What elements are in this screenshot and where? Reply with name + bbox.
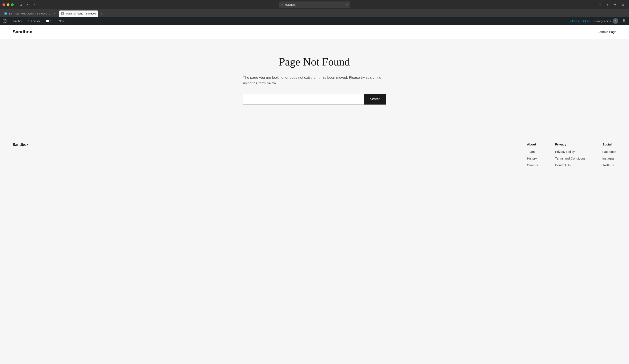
tab-wp-label: Edit Post "Hello world!" ‹ Sandbox — Wor…: [9, 12, 51, 15]
site-header: Sandbox Sample Page: [0, 25, 629, 39]
footer-history-link[interactable]: History: [527, 157, 537, 160]
list-item: Team: [527, 150, 538, 154]
user-avatar: A: [613, 18, 618, 24]
address-icon: ⊕: [281, 3, 283, 6]
list-item: Terms and Conditions: [555, 157, 586, 160]
footer-terms-link[interactable]: Terms and Conditions: [555, 157, 586, 160]
nav-sample-page[interactable]: Sample Page: [598, 30, 616, 34]
error-description: The page you are looking for does not ex…: [243, 75, 386, 86]
list-item: Facebook: [602, 150, 616, 154]
footer-col-privacy: Privacy Privacy Policy Terms and Conditi…: [555, 143, 586, 167]
tab-404[interactable]: L Page not found – Sandbox: [59, 10, 98, 17]
footer-brand: Sandbox: [13, 143, 161, 167]
site-title[interactable]: Sandbox: [13, 29, 32, 35]
footer-col-about: About Team History Careers: [527, 143, 538, 167]
new-tab-button[interactable]: +: [612, 2, 618, 7]
address-text: localhost: [285, 3, 295, 6]
tab-404-label: Page not found – Sandbox: [66, 12, 96, 15]
sidebar-expand-button[interactable]: ▾: [24, 2, 30, 7]
main-content: Page Not Found The page you are looking …: [0, 39, 629, 130]
howdy-label: Howdy, admin: [595, 19, 612, 23]
minimize-window-button[interactable]: [7, 3, 9, 6]
search-form: Search: [243, 94, 386, 104]
comments-count: 0: [50, 19, 51, 23]
close-window-button[interactable]: [2, 3, 5, 6]
new-window-button[interactable]: ⧉: [620, 2, 626, 7]
add-tab-button[interactable]: +: [99, 11, 105, 17]
address-bar-wrapper: ⊕ localhost ↺: [279, 1, 350, 8]
tab-favicon-wp: W: [4, 12, 7, 15]
fullscreen-window-button[interactable]: [11, 3, 14, 6]
footer-col-about-title: About: [527, 143, 538, 146]
new-label: + New: [57, 19, 64, 23]
wp-logo-icon: W: [2, 19, 7, 23]
list-item: Twitter/X: [602, 163, 616, 167]
titlebar: ⊞ ▾ ‹ › ⊕ localhost ↺ ⬇ ↑ + ⧉: [0, 0, 629, 9]
db-badge[interactable]: Database: SQLite: [566, 19, 593, 23]
wp-admin-bar: W Sandbox ✏ Edit site 💬 0 + New Database…: [0, 17, 629, 25]
sandbox-label: Sandbox: [12, 19, 22, 23]
footer-facebook-link[interactable]: Facebook: [602, 150, 616, 153]
footer-col-social-title: Social: [602, 143, 616, 146]
tabs-bar: W Edit Post "Hello world!" ‹ Sandbox — W…: [0, 9, 629, 17]
search-button[interactable]: Search: [364, 94, 386, 104]
sidebar-toggle-button[interactable]: ⊞: [18, 2, 24, 7]
db-badge-label: Database: SQLite: [569, 19, 590, 23]
download-button[interactable]: ⬇: [597, 2, 603, 7]
traffic-lights: [2, 3, 14, 6]
edit-site-icon: ✏: [27, 19, 30, 22]
svg-text:A: A: [615, 19, 617, 23]
tab-close-wp[interactable]: ✕: [53, 12, 56, 15]
list-item: Privacy Policy: [555, 150, 586, 154]
error-title: Page Not Found: [279, 56, 350, 68]
comment-icon: 💬: [46, 19, 49, 23]
footer-about-list: Team History Careers: [527, 150, 538, 167]
comments-button[interactable]: 💬 0: [43, 17, 54, 25]
footer-privacy-policy-link[interactable]: Privacy Policy: [555, 150, 575, 153]
share-button[interactable]: ↑: [605, 2, 611, 7]
site-nav: Sample Page: [592, 30, 616, 34]
edit-site-label: Edit site: [31, 19, 41, 23]
wp-logo-button[interactable]: W: [0, 17, 9, 25]
edit-site-button[interactable]: ✏ Edit site: [25, 17, 43, 25]
footer-team-link[interactable]: Team: [527, 150, 535, 153]
list-item: Careers: [527, 163, 538, 167]
tab-favicon-l: L: [61, 12, 64, 15]
footer-contact-link[interactable]: Contact Us: [555, 163, 571, 167]
footer-social-list: Facebook Instagram Twitter/X: [602, 150, 616, 167]
footer-careers-link[interactable]: Careers: [527, 163, 538, 167]
reload-button[interactable]: ↺: [346, 3, 348, 6]
footer-columns: About Team History Careers Privacy Priva…: [170, 143, 616, 167]
navigation-controls: ⊞ ▾: [18, 2, 30, 7]
list-item: Contact Us: [555, 163, 586, 167]
back-button[interactable]: ‹: [32, 2, 38, 7]
search-input[interactable]: [243, 94, 364, 104]
footer-col-privacy-title: Privacy: [555, 143, 586, 146]
new-content-button[interactable]: + New: [54, 17, 67, 25]
svg-text:W: W: [3, 20, 6, 22]
wp-search-button[interactable]: 🔍: [620, 19, 629, 23]
titlebar-right: ⬇ ↑ + ⧉: [597, 2, 627, 7]
footer-privacy-list: Privacy Policy Terms and Conditions Cont…: [555, 150, 586, 167]
sandbox-menu-item[interactable]: Sandbox: [9, 17, 25, 25]
footer-twitter-link[interactable]: Twitter/X: [602, 163, 615, 167]
footer-instagram-link[interactable]: Instagram: [602, 157, 616, 160]
site-footer: Sandbox About Team History Careers Priva…: [0, 130, 629, 176]
tab-wp-post[interactable]: W Edit Post "Hello world!" ‹ Sandbox — W…: [2, 10, 58, 17]
footer-col-social: Social Facebook Instagram Twitter/X: [602, 143, 616, 167]
forward-button[interactable]: ›: [39, 2, 45, 7]
list-item: Instagram: [602, 157, 616, 160]
howdy-menu[interactable]: Howdy, admin A: [593, 17, 620, 25]
list-item: History: [527, 157, 538, 160]
address-bar[interactable]: ⊕ localhost ↺: [279, 1, 350, 8]
wp-admin-right: Database: SQLite Howdy, admin A 🔍: [566, 17, 629, 25]
